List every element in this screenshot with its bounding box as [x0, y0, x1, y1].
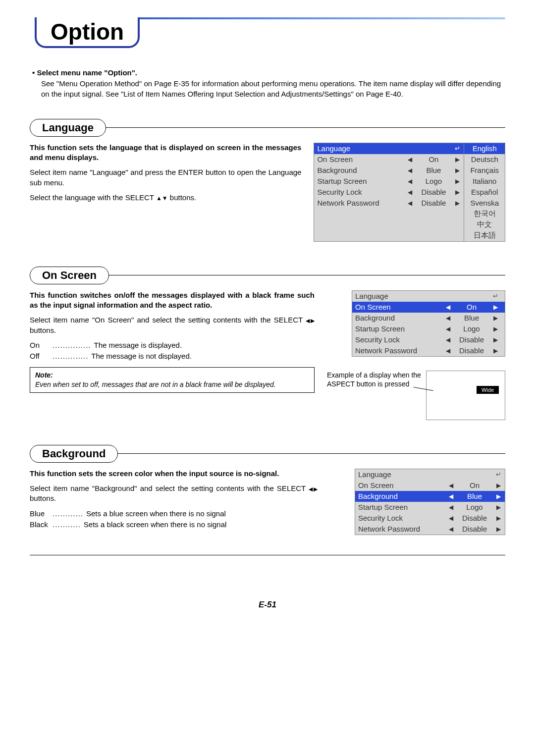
menu-row: On Screen◀On▶ — [352, 302, 505, 313]
menu-row: Startup Screen◀Logo▶ — [355, 502, 505, 513]
menu-row-value: Disable — [457, 514, 492, 522]
section-language: Language This function sets the language… — [30, 119, 505, 242]
onscreen-on-line: On ............... The message is displa… — [30, 340, 315, 350]
right-arrow-icon: ▶ — [451, 167, 464, 174]
right-arrow-icon: ▶ — [492, 526, 505, 533]
menu-row-value: Disable — [454, 346, 489, 355]
menu-row: Security Lock◀Disable▶ — [352, 334, 505, 345]
left-arrow-icon: ◀ — [444, 482, 457, 489]
menu-row: Network Password◀Disable▶ — [352, 345, 505, 356]
t: Black — [30, 520, 50, 530]
menu-row-name: Language — [352, 292, 441, 300]
language-p1: Select item name "Language" and press th… — [30, 167, 301, 188]
t: buttons. — [30, 494, 56, 502]
menu-row-name: Language — [314, 144, 403, 153]
right-arrow-icon: ▶ — [489, 336, 502, 343]
page-title-bar: Option — [30, 17, 505, 48]
left-arrow-icon: ◀ — [441, 347, 454, 354]
language-option: Svenska — [464, 198, 505, 209]
left-arrow-icon: ◀ — [444, 515, 457, 522]
right-arrow-icon: ▶ — [492, 504, 505, 511]
t: Select the language with the SELECT — [30, 193, 156, 202]
menu-row-name: Startup Screen — [352, 324, 441, 333]
t: Blue — [30, 509, 50, 519]
leftright-icon: ◀▶ — [306, 318, 315, 324]
t: buttons. — [168, 193, 197, 202]
enter-icon: ↵ — [489, 292, 502, 300]
language-option: Español — [464, 187, 505, 198]
section-heading: On Screen — [30, 267, 505, 284]
menu-row-name: On Screen — [314, 155, 403, 163]
right-arrow-icon: ▶ — [489, 347, 502, 354]
option-menu-background: Language↵On Screen◀On▶Background◀Blue▶St… — [355, 469, 505, 535]
enter-icon: ↵ — [451, 145, 464, 152]
menu-row-value: Disable — [454, 335, 489, 344]
left-arrow-icon: ◀ — [403, 156, 416, 163]
menu-row-name: On Screen — [352, 303, 441, 311]
heading-pill: On Screen — [30, 267, 109, 284]
menu-row-value: Blue — [454, 314, 489, 322]
menu-row: On Screen◀On▶ — [314, 154, 464, 165]
t: buttons. — [30, 326, 56, 334]
menu-row-value: On — [454, 303, 489, 311]
t: Select item name "On Screen" and select … — [30, 316, 306, 324]
updown-icon: ▲▼ — [156, 195, 168, 202]
background-text: This function sets the screen color when… — [30, 469, 318, 531]
background-blue-line: Blue ............ Sets a blue screen whe… — [30, 509, 318, 519]
page-title: Option — [35, 17, 140, 48]
right-arrow-icon: ▶ — [451, 200, 464, 207]
menu-row-value: Disable — [457, 525, 492, 533]
heading-pill: Language — [30, 119, 106, 137]
language-option: Italiano — [464, 176, 505, 187]
left-arrow-icon: ◀ — [441, 304, 454, 311]
right-arrow-icon: ▶ — [489, 304, 502, 311]
menu-row: Network Password◀Disable▶ — [314, 198, 464, 209]
language-submenu: EnglishDeutschFrançaisItalianoEspañolSve… — [464, 143, 505, 242]
menu-row: Background◀Blue▶ — [352, 313, 505, 324]
menu-row-name: Network Password — [355, 525, 444, 533]
menu-row-name: Startup Screen — [355, 503, 444, 511]
language-menu-wrap: Language↵On Screen◀On▶Background◀Blue▶St… — [314, 143, 505, 242]
menu-row-value: Logo — [454, 324, 489, 333]
menu-row: On Screen◀On▶ — [355, 480, 505, 491]
background-p1: Select item name "Background" and select… — [30, 484, 318, 504]
t: ........... — [53, 520, 81, 530]
left-arrow-icon: ◀ — [444, 526, 457, 533]
page-number: E-51 — [30, 600, 505, 610]
t: .............. — [53, 351, 88, 361]
onscreen-off-line: Off .............. The message is not di… — [30, 351, 315, 361]
section-background: Background This function sets the screen… — [30, 445, 505, 535]
menu-row-name: Network Password — [314, 199, 403, 207]
intro-body: See "Menu Operation Method" on Page E-35… — [32, 79, 503, 99]
heading-rule — [117, 453, 505, 454]
menu-row-value: Logo — [457, 503, 492, 511]
menu-row: Background◀Blue▶ — [314, 165, 464, 176]
right-arrow-icon: ▶ — [492, 482, 505, 489]
onscreen-bold: This function switches on/off the messag… — [30, 290, 315, 311]
t: The message is displayed. — [94, 340, 182, 350]
option-menu-onscreen: Language↵On Screen◀On▶Background◀Blue▶St… — [352, 290, 505, 357]
onscreen-p1: Select item name "On Screen" and select … — [30, 315, 315, 335]
language-option: Français — [464, 165, 505, 176]
menu-row: Startup Screen◀Logo▶ — [314, 176, 464, 187]
right-arrow-icon: ▶ — [489, 315, 502, 322]
right-arrow-icon: ▶ — [492, 493, 505, 500]
t: On — [30, 340, 50, 350]
menu-row-value: On — [457, 481, 492, 489]
menu-row: Network Password◀Disable▶ — [355, 524, 505, 535]
menu-row-name: Startup Screen — [314, 177, 403, 185]
section-onscreen: On Screen This function switches on/off … — [30, 267, 505, 420]
note-body: Even when set to off, messages that are … — [35, 380, 309, 389]
note-heading: Note: — [35, 371, 309, 380]
right-arrow-icon: ▶ — [451, 156, 464, 163]
leftright-icon: ◀▶ — [309, 486, 318, 492]
pointer-line — [414, 387, 433, 391]
wide-tag: Wide — [477, 386, 499, 394]
menu-row-value: On — [416, 155, 451, 163]
right-arrow-icon: ▶ — [492, 515, 505, 522]
menu-row-value: Blue — [416, 166, 451, 174]
t: Off — [30, 351, 50, 361]
menu-row-value: Disable — [416, 188, 451, 196]
menu-row-name: Security Lock — [352, 335, 441, 344]
menu-row-name: Background — [314, 166, 403, 174]
